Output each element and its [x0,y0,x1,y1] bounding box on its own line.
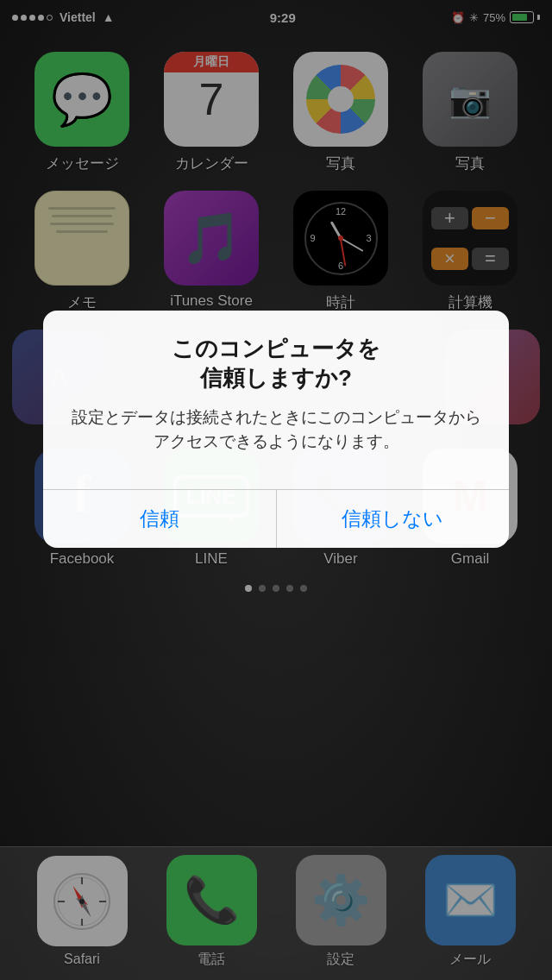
trust-button[interactable]: 信頼 [43,490,277,548]
dialog-buttons: 信頼 信頼しない [43,489,509,548]
dialog-title: このコンピュータを信頼しますか? [69,335,483,393]
dont-trust-button[interactable]: 信頼しない [277,490,510,548]
trust-dialog: このコンピュータを信頼しますか? 設定とデータは接続されたときにこのコンピュータ… [43,311,509,548]
dialog-content: このコンピュータを信頼しますか? 設定とデータは接続されたときにこのコンピュータ… [43,311,509,489]
dialog-overlay: このコンピュータを信頼しますか? 設定とデータは接続されたときにこのコンピュータ… [0,0,552,980]
dialog-message: 設定とデータは接続されたときにこのコンピュータからアクセスできるようになります。 [69,405,483,455]
